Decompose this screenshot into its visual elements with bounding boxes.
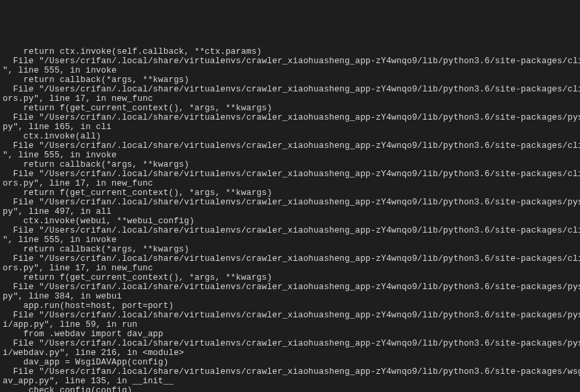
terminal-line: ors.py", line 17, in new_func <box>3 94 577 104</box>
terminal-line: return f(get_current_context(), *args, *… <box>3 188 577 198</box>
terminal-line: File "/Users/crifan/.local/share/virtual… <box>3 254 577 264</box>
terminal-line: return f(get_current_context(), *args, *… <box>3 104 577 113</box>
terminal-line: return callback(*args, **kwargs) <box>3 245 577 254</box>
terminal-line: ctx.invoke(all) <box>3 132 577 141</box>
terminal-line: File "/Users/crifan/.local/share/virtual… <box>3 56 577 66</box>
terminal-line: ", line 555, in invoke <box>3 151 577 160</box>
terminal-line: ors.py", line 17, in new_func <box>3 179 577 188</box>
terminal-line: File "/Users/crifan/.local/share/virtual… <box>3 226 577 235</box>
terminal-line: File "/Users/crifan/.local/share/virtual… <box>3 169 577 179</box>
terminal-line: dav_app = WsgiDAVApp(config) <box>3 358 577 367</box>
terminal-line: i/webdav.py", line 216, in <module> <box>3 348 577 358</box>
terminal-line: ", line 555, in invoke <box>3 235 577 245</box>
terminal-line: ", line 555, in invoke <box>3 66 577 75</box>
terminal-line: File "/Users/crifan/.local/share/virtual… <box>3 339 577 348</box>
terminal-line: return callback(*args, **kwargs) <box>3 75 577 85</box>
terminal-line: app.run(host=host, port=port) <box>3 301 577 311</box>
terminal-line: File "/Users/crifan/.local/share/virtual… <box>3 141 577 151</box>
terminal-line: _check_config(config) <box>3 386 577 392</box>
terminal-line: File "/Users/crifan/.local/share/virtual… <box>3 367 577 377</box>
terminal-line: ors.py", line 17, in new_func <box>3 264 577 273</box>
terminal-line: File "/Users/crifan/.local/share/virtual… <box>3 311 577 320</box>
terminal-line: File "/Users/crifan/.local/share/virtual… <box>3 85 577 94</box>
terminal-line: return callback(*args, **kwargs) <box>3 160 577 169</box>
terminal-line: return ctx.invoke(self.callback, **ctx.p… <box>3 47 577 56</box>
terminal-line: File "/Users/crifan/.local/share/virtual… <box>3 113 577 122</box>
terminal-output[interactable]: return ctx.invoke(self.callback, **ctx.p… <box>0 47 580 392</box>
terminal-line: py", line 165, in cli <box>3 122 577 132</box>
terminal-line: return f(get_current_context(), *args, *… <box>3 273 577 282</box>
terminal-line: av_app.py", line 135, in __init__ <box>3 377 577 386</box>
terminal-line: py", line 497, in all <box>3 207 577 217</box>
terminal-line: File "/Users/crifan/.local/share/virtual… <box>3 282 577 292</box>
terminal-line: py", line 384, in webui <box>3 292 577 301</box>
terminal-line: ctx.invoke(webui, **webui_config) <box>3 217 577 226</box>
terminal-line: i/app.py", line 59, in run <box>3 320 577 329</box>
terminal-line: File "/Users/crifan/.local/share/virtual… <box>3 198 577 207</box>
terminal-line: from .webdav import dav_app <box>3 329 577 339</box>
